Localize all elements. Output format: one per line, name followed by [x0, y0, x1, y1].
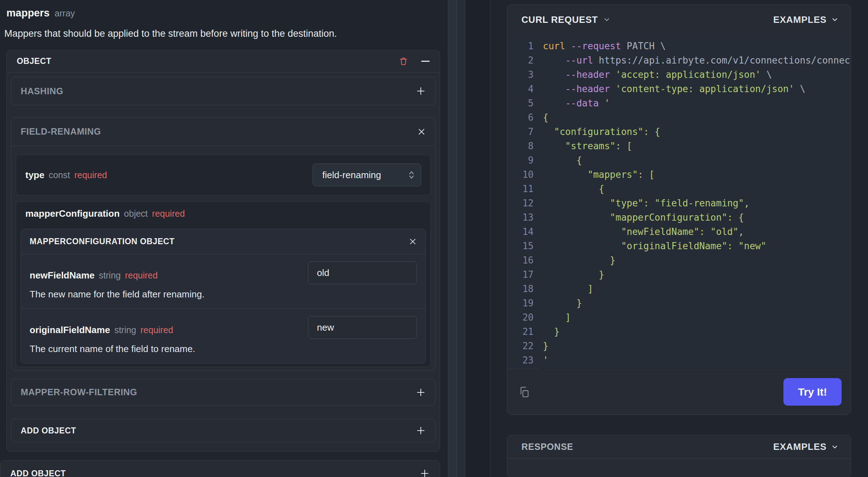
- field-title-row: mappers array: [6, 7, 440, 19]
- chevron-down-icon: [831, 443, 839, 451]
- code-line: 19 }: [507, 296, 851, 310]
- response-card: RESPONSE EXAMPLES: [507, 435, 851, 477]
- property-description: The new name for the field after renamin…: [30, 289, 308, 300]
- minus-icon: [421, 61, 430, 62]
- plus-icon: [420, 468, 430, 477]
- add-object-outer-row[interactable]: ADD OBJECT: [0, 460, 440, 477]
- code-line: 23': [507, 353, 851, 367]
- code-line: 18 ]: [507, 282, 851, 296]
- code-line: 6{: [507, 110, 851, 125]
- code-line: 5 --data ': [507, 96, 851, 110]
- original-field-name-info: originalFieldName string required The cu…: [30, 316, 308, 355]
- response-examples-dropdown[interactable]: EXAMPLES: [773, 441, 839, 452]
- expand-mapper-row-filtering-button[interactable]: [416, 387, 426, 397]
- select-stepper-icon: [407, 170, 416, 180]
- add-object-label: ADD OBJECT: [21, 426, 76, 436]
- copy-code-button[interactable]: [519, 386, 530, 398]
- field-renaming-label: FIELD-RENAMING: [21, 126, 101, 137]
- copy-icon: [519, 386, 530, 398]
- chevron-down-icon: [603, 16, 611, 24]
- original-field-name-input[interactable]: [308, 316, 417, 339]
- original-field-name-row: originalFieldName string required The cu…: [21, 308, 425, 363]
- field-description: Mappers that should be applied to the st…: [4, 28, 440, 39]
- add-object-inner-row[interactable]: ADD OBJECT: [11, 419, 435, 442]
- property-name: mapperConfiguration: [25, 208, 120, 219]
- mapper-row-filtering-label: MAPPER-ROW-FILTERING: [21, 387, 137, 397]
- type-select[interactable]: field-renaming: [313, 164, 421, 186]
- gutter-divider-line: [490, 0, 490, 477]
- mapper-configuration-section: mapperConfiguration object required MAPP…: [16, 201, 431, 367]
- field-renaming-section: FIELD-RENAMING type const required: [11, 117, 435, 371]
- code-line: 13 "mapperConfiguration": {: [507, 210, 851, 225]
- delete-object-button[interactable]: [399, 56, 408, 66]
- request-examples-dropdown[interactable]: EXAMPLES: [773, 14, 839, 25]
- required-badge: required: [141, 325, 173, 335]
- code-line: 14 "newFieldName": "old",: [507, 225, 851, 239]
- close-icon: [417, 127, 426, 136]
- code-line: 12 "type": "field-renaming",: [507, 196, 851, 210]
- hashing-section[interactable]: HASHING: [11, 77, 435, 105]
- code-editor[interactable]: 1curl --request PATCH \2 --url https://a…: [507, 35, 851, 369]
- gutter-dark-region: [465, 0, 490, 477]
- type-select-value: field-renaming: [322, 170, 407, 181]
- try-it-button[interactable]: Try It!: [783, 378, 842, 406]
- request-example-panel: CURL REQUEST EXAMPLES 1curl --request PA…: [507, 4, 851, 477]
- mapper-configuration-object-title: MAPPERCONFIGURATION OBJECT: [30, 237, 175, 246]
- property-description: The current name of the field to rename.: [30, 343, 308, 355]
- code-line: 1curl --request PATCH \: [507, 39, 851, 53]
- property-kind: object: [124, 209, 148, 219]
- mapper-row-filtering-section[interactable]: MAPPER-ROW-FILTERING: [11, 379, 435, 406]
- add-object-outer-button[interactable]: [420, 468, 430, 477]
- remove-field-renaming-button[interactable]: [417, 127, 426, 136]
- object-card: OBJECT HASHING: [6, 50, 440, 452]
- required-badge: required: [152, 209, 185, 219]
- code-lines: 1curl --request PATCH \2 --url https://a…: [507, 39, 851, 367]
- required-badge: required: [125, 270, 158, 281]
- trash-icon: [399, 56, 408, 66]
- plus-icon: [416, 426, 426, 436]
- hashing-label: HASHING: [21, 86, 63, 96]
- add-object-inner-button[interactable]: [416, 426, 426, 436]
- property-kind: string: [99, 270, 121, 281]
- examples-label: EXAMPLES: [773, 441, 827, 452]
- code-line: 3 --header 'accept: application/json' \: [507, 67, 851, 82]
- type-property-label: type const required: [25, 170, 107, 181]
- code-line: 16 }: [507, 253, 851, 267]
- chevron-down-icon: [831, 16, 839, 24]
- request-language-dropdown[interactable]: CURL REQUEST: [521, 14, 611, 25]
- object-card-body: HASHING FIELD-RENAMING: [7, 72, 440, 451]
- original-field-name-label-row: originalFieldName string required: [30, 325, 308, 336]
- remove-mapper-configuration-button[interactable]: [409, 237, 417, 246]
- code-line: 20 ]: [507, 310, 851, 325]
- examples-label: EXAMPLES: [773, 14, 827, 25]
- curl-request-header: CURL REQUEST EXAMPLES: [507, 5, 851, 35]
- code-line: 11 {: [507, 182, 851, 196]
- mapper-configuration-object-card: MAPPERCONFIGURATION OBJECT: [21, 229, 426, 363]
- left-panel-scrollbar-gutter[interactable]: [448, 0, 457, 477]
- new-field-name-info: newFieldName string required The new nam…: [30, 261, 308, 300]
- field-renaming-header: FIELD-RENAMING: [11, 117, 435, 146]
- collapse-object-button[interactable]: [421, 61, 430, 62]
- code-line: 8 "streams": [: [507, 139, 851, 153]
- code-line: 10 "mappers": [: [507, 167, 851, 182]
- code-line: 7 "configurations": {: [507, 125, 851, 139]
- code-line: 15 "originalFieldName": "new": [507, 239, 851, 253]
- code-line: 2 --url https://api.airbyte.com/v1/conne…: [507, 53, 851, 67]
- close-icon: [409, 237, 417, 246]
- field-name: mappers: [6, 7, 50, 19]
- expand-hashing-button[interactable]: [416, 86, 426, 96]
- code-line: 9 {: [507, 153, 851, 167]
- new-field-name-row: newFieldName string required The new nam…: [21, 254, 425, 308]
- property-kind: string: [114, 325, 136, 335]
- property-name: type: [25, 170, 44, 181]
- field-type: array: [55, 8, 75, 19]
- type-property-row: type const required field-renaming: [16, 155, 431, 195]
- response-title: RESPONSE: [521, 442, 573, 452]
- property-name: newFieldName: [30, 270, 95, 281]
- horizontal-scrollbar-track[interactable]: [539, 368, 851, 369]
- new-field-name-input[interactable]: [308, 261, 417, 284]
- code-line: 4 --header 'content-type: application/js…: [507, 82, 851, 96]
- schema-form-panel: mappers array Mappers that should be app…: [0, 0, 440, 477]
- curl-request-card: CURL REQUEST EXAMPLES 1curl --request PA…: [507, 4, 851, 415]
- code-line: 21 }: [507, 325, 851, 339]
